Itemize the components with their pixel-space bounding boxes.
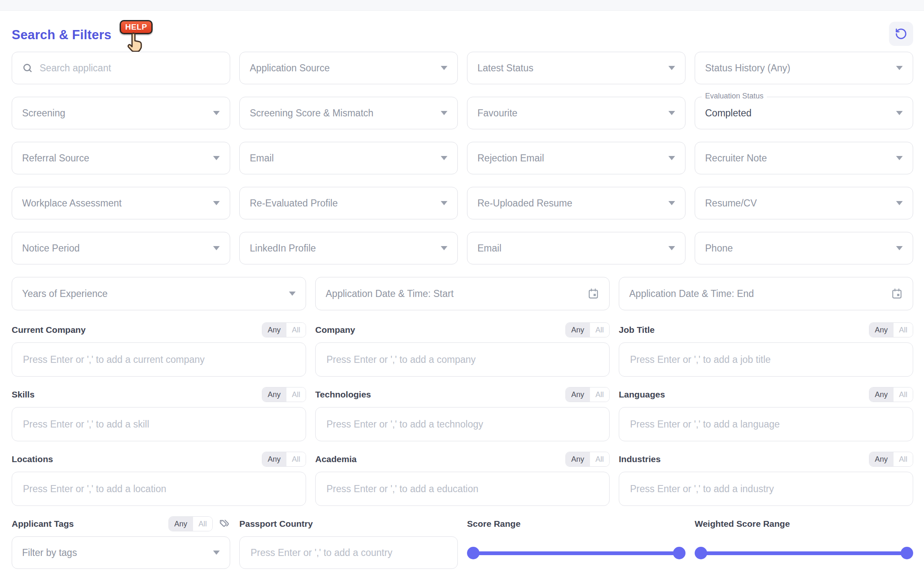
academia-any-all-toggle[interactable]: Any All	[565, 452, 610, 467]
chevron-down-icon	[441, 111, 447, 115]
industries-any-all-toggle[interactable]: Any All	[869, 452, 913, 467]
calendar-icon[interactable]	[588, 288, 599, 299]
any-option[interactable]: Any	[262, 452, 286, 466]
score-range-min-handle[interactable]	[467, 547, 480, 559]
reset-filters-button[interactable]	[889, 22, 913, 46]
weighted-score-min-handle[interactable]	[695, 547, 707, 559]
years-of-experience-dropdown[interactable]: Years of Experience	[12, 277, 306, 310]
current-company-any-all-toggle[interactable]: Any All	[262, 322, 306, 337]
locations-any-all-toggle[interactable]: Any All	[262, 452, 306, 467]
languages-input[interactable]	[630, 419, 902, 430]
company-any-all-toggle[interactable]: Any All	[565, 322, 610, 337]
search-applicant-input[interactable]	[40, 63, 220, 74]
any-option[interactable]: Any	[262, 323, 286, 337]
evaluation-status-dropdown[interactable]: Evaluation Status Completed	[695, 97, 913, 129]
notice-period-label: Notice Period	[22, 243, 207, 254]
weighted-score-range-slider[interactable]	[695, 536, 913, 569]
evaluation-status-value: Completed	[705, 108, 890, 119]
bottom-row: Applicant Tags Any All Fi	[12, 517, 913, 569]
skills-input[interactable]	[23, 419, 295, 430]
score-range-section: Score Range	[467, 517, 685, 569]
skills-any-all-toggle[interactable]: Any All	[262, 387, 306, 402]
locations-section: Locations Any All	[12, 452, 306, 506]
score-range-slider[interactable]	[467, 536, 685, 569]
all-option[interactable]: All	[286, 452, 306, 466]
rejection-email-dropdown[interactable]: Rejection Email	[467, 142, 685, 174]
technologies-input[interactable]	[326, 419, 598, 430]
filter-by-tags-dropdown[interactable]: Filter by tags	[12, 536, 230, 569]
any-option[interactable]: Any	[566, 323, 590, 337]
any-option[interactable]: Any	[869, 452, 893, 466]
industries-input[interactable]	[630, 483, 902, 495]
company-input[interactable]	[326, 354, 598, 365]
applicant-tags-section: Applicant Tags Any All Fi	[12, 517, 230, 569]
all-option[interactable]: All	[893, 323, 913, 337]
referral-source-dropdown[interactable]: Referral Source	[12, 142, 230, 174]
passport-country-section: Passport Country	[239, 517, 458, 569]
technologies-any-all-toggle[interactable]: Any All	[565, 387, 610, 402]
referral-source-label: Referral Source	[22, 153, 207, 164]
all-option[interactable]: All	[286, 323, 306, 337]
filter-row-4: Workplace Assessment Re-Evaluated Profil…	[12, 187, 913, 219]
skills-section: Skills Any All	[12, 387, 306, 441]
re-uploaded-resume-dropdown[interactable]: Re-Uploaded Resume	[467, 187, 685, 219]
evaluation-status-legend: Evaluation Status	[702, 92, 767, 101]
all-option[interactable]: All	[590, 387, 609, 402]
passport-country-input[interactable]	[251, 547, 447, 558]
chevron-down-icon	[896, 111, 903, 115]
email-dropdown[interactable]: Email	[239, 142, 458, 174]
all-option[interactable]: All	[893, 387, 913, 402]
application-date-start-field[interactable]: Application Date & Time: Start	[315, 277, 610, 310]
email-dropdown-2[interactable]: Email	[467, 232, 685, 264]
search-applicant-field[interactable]	[12, 52, 230, 84]
search-filters-panel: Search & Filters HELP	[0, 0, 924, 586]
recruiter-note-dropdown[interactable]: Recruiter Note	[695, 142, 913, 174]
all-option[interactable]: All	[590, 452, 609, 466]
tags-icon[interactable]	[218, 518, 230, 530]
status-history-dropdown[interactable]: Status History (Any)	[695, 52, 913, 84]
chevron-down-icon	[668, 201, 675, 205]
phone-dropdown[interactable]: Phone	[695, 232, 913, 264]
job-title-input[interactable]	[630, 354, 902, 365]
applicant-tags-any-all-toggle[interactable]: Any All	[168, 516, 213, 531]
all-option[interactable]: All	[193, 517, 212, 531]
academia-input-wrap	[315, 472, 610, 506]
job-title-any-all-toggle[interactable]: Any All	[869, 322, 913, 337]
score-range-max-handle[interactable]	[673, 547, 685, 559]
resume-cv-dropdown[interactable]: Resume/CV	[695, 187, 913, 219]
all-option[interactable]: All	[590, 323, 609, 337]
any-option[interactable]: Any	[566, 387, 590, 402]
help-indicator[interactable]: HELP	[117, 20, 155, 52]
header: Search & Filters HELP	[12, 20, 913, 52]
chevron-down-icon	[668, 111, 675, 115]
slider-track[interactable]	[700, 551, 908, 555]
any-option[interactable]: Any	[869, 323, 893, 337]
all-option[interactable]: All	[286, 387, 306, 402]
slider-track[interactable]	[472, 551, 680, 555]
weighted-score-max-handle[interactable]	[901, 547, 913, 559]
workplace-assessment-dropdown[interactable]: Workplace Assessment	[12, 187, 230, 219]
screening-score-dropdown[interactable]: Screening Score & Mismatch	[239, 97, 458, 129]
any-option[interactable]: Any	[262, 387, 286, 402]
latest-status-dropdown[interactable]: Latest Status	[467, 52, 685, 84]
re-evaluated-profile-dropdown[interactable]: Re-Evaluated Profile	[239, 187, 458, 219]
favourite-dropdown[interactable]: Favourite	[467, 97, 685, 129]
linkedin-profile-dropdown[interactable]: LinkedIn Profile	[239, 232, 458, 264]
job-title-section: Job Title Any All	[619, 323, 913, 377]
any-option[interactable]: Any	[869, 387, 893, 402]
any-option[interactable]: Any	[169, 517, 193, 531]
application-source-dropdown[interactable]: Application Source	[239, 52, 458, 84]
latest-status-label: Latest Status	[477, 63, 663, 74]
status-history-label: Status History (Any)	[705, 63, 890, 74]
locations-label: Locations	[12, 454, 53, 464]
screening-dropdown[interactable]: Screening	[12, 97, 230, 129]
all-option[interactable]: All	[893, 452, 913, 466]
locations-input[interactable]	[23, 483, 295, 495]
academia-input[interactable]	[326, 483, 598, 495]
any-option[interactable]: Any	[566, 452, 590, 466]
calendar-icon[interactable]	[891, 288, 903, 299]
notice-period-dropdown[interactable]: Notice Period	[12, 232, 230, 264]
languages-any-all-toggle[interactable]: Any All	[869, 387, 913, 402]
application-date-end-field[interactable]: Application Date & Time: End	[619, 277, 913, 310]
current-company-input[interactable]	[23, 354, 295, 365]
